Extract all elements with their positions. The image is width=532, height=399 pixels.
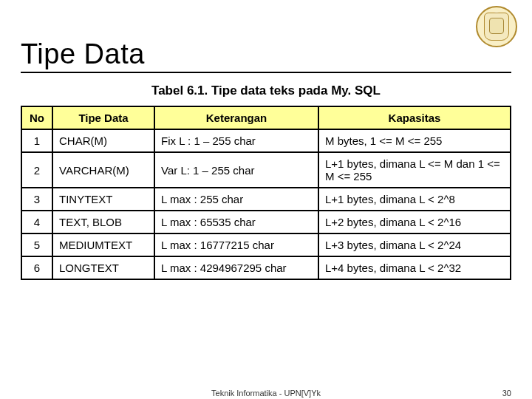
table-row: 2 VARCHAR(M) Var L: 1 – 255 char L+1 byt… [21,152,511,188]
footer-source: Teknik Informatika - UPN[V]Yk [211,389,321,398]
table-row: 5 MEDIUMTEXT L max : 16777215 char L+3 b… [21,233,511,256]
footer-page: 30 [502,389,511,398]
cell-ket: L max : 65535 char [154,211,318,233]
cell-kap: L+1 bytes, dimana L <= M dan 1 <= M <= 2… [318,152,511,188]
table-row: 6 LONGTEXT L max : 4294967295 char L+4 b… [21,256,511,279]
col-kap: Kapasitas [318,106,511,129]
cell-kap: L+4 bytes, dimana L < 2^32 [318,256,511,279]
cell-kap: M bytes, 1 <= M <= 255 [318,129,511,152]
cell-ket: L max : 4294967295 char [154,256,318,279]
slide: Tipe Data Tabel 6.1. Tipe data teks pada… [0,0,532,399]
cell-no: 2 [21,152,52,188]
cell-tipe: LONGTEXT [52,256,154,279]
cell-no: 1 [21,129,52,152]
cell-tipe: VARCHAR(M) [52,152,154,188]
cell-kap: L+1 bytes, dimana L < 2^8 [318,188,511,211]
table-row: 1 CHAR(M) Fix L : 1 – 255 char M bytes, … [21,129,511,152]
university-logo-icon [476,6,517,47]
cell-no: 5 [21,233,52,256]
cell-tipe: TINYTEXT [52,188,154,211]
cell-no: 6 [21,256,52,279]
cell-tipe: CHAR(M) [52,129,154,152]
cell-tipe: MEDIUMTEXT [52,233,154,256]
table-caption: Tabel 6.1. Tipe data teks pada My. SQL [21,83,511,98]
col-tipe: Tipe Data [52,106,154,129]
tipe-data-table: No Tipe Data Keterangan Kapasitas 1 CHAR… [21,106,511,280]
col-ket: Keterangan [154,106,318,129]
cell-ket: L max : 255 char [154,188,318,211]
table-header-row: No Tipe Data Keterangan Kapasitas [21,106,511,129]
table-row: 3 TINYTEXT L max : 255 char L+1 bytes, d… [21,188,511,211]
cell-no: 3 [21,188,52,211]
cell-ket: Fix L : 1 – 255 char [154,129,318,152]
cell-ket: Var L: 1 – 255 char [154,152,318,188]
cell-no: 4 [21,211,52,233]
title-rule [21,72,511,73]
cell-kap: L+3 bytes, dimana L < 2^24 [318,233,511,256]
cell-ket: L max : 16777215 char [154,233,318,256]
col-no: No [21,106,52,129]
cell-tipe: TEXT, BLOB [52,211,154,233]
page-title: Tipe Data [21,38,511,70]
cell-kap: L+2 bytes, dimana L < 2^16 [318,211,511,233]
table-row: 4 TEXT, BLOB L max : 65535 char L+2 byte… [21,211,511,233]
